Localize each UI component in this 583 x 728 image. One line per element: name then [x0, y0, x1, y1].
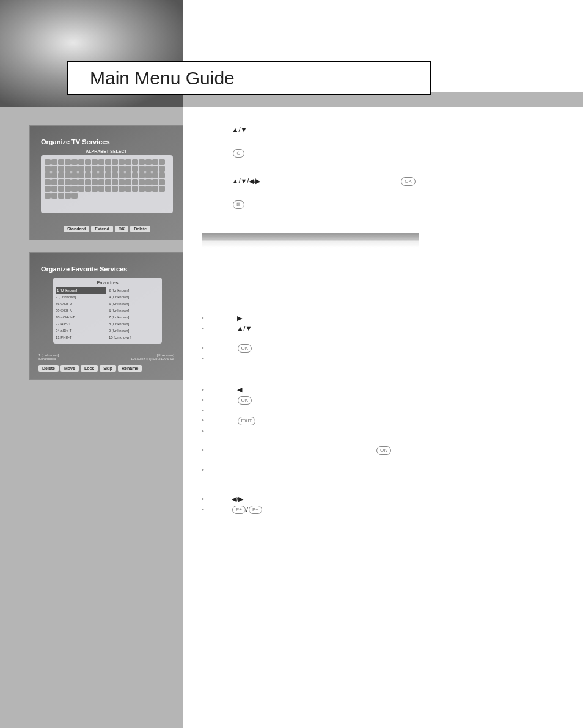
text: Press the — [202, 200, 232, 208]
text: Press the — [207, 344, 237, 351]
btn-rename: Rename — [118, 365, 142, 372]
list-item: 10 [Unknown] — [109, 334, 160, 341]
bullet-item: You can check the "F" mark on the Right(… — [202, 406, 434, 415]
text: Press the — [202, 177, 232, 185]
arrow-up-down-icon: ▲/▼ — [237, 325, 252, 332]
ok-button-icon: OK — [238, 396, 252, 405]
favorites-header: Favorites — [56, 280, 160, 285]
group-add-service: To add a service to the Favorite Group; … — [202, 303, 434, 362]
list-item: 11 PNK-T — [56, 334, 106, 341]
list-item: 86 OSB-D — [56, 301, 106, 307]
text: button. — [202, 186, 222, 194]
screenshot1-title: Organize TV Services — [41, 138, 110, 145]
favorites-panel: Favorites 1 [Unknown] 3 [Unknown] 86 OSB… — [53, 278, 162, 344]
bullet-item: Use the P+/P− buttons to Select the List… — [202, 505, 434, 514]
list-item: 34 aIDs-T — [56, 328, 106, 334]
text: Press the — [207, 386, 237, 393]
list-item: 4 [Unknown] — [109, 294, 160, 301]
btn-standard: Standard — [64, 226, 89, 232]
group-heading: To add a service to the Favorite Group; — [202, 303, 434, 310]
text: button to move to a word you want, and p… — [260, 177, 400, 185]
alphabet-grid — [45, 159, 169, 199]
right-column: Press the ▲/▼ button to select a word, t… — [183, 107, 583, 728]
bullet-item: Press the ◀ button(left). — [202, 385, 434, 394]
text: button to assign the changed name to cur… — [245, 200, 407, 208]
list-item: 6 [Unknown] — [109, 307, 160, 314]
text: Press the — [207, 314, 237, 322]
text: button(left). — [242, 386, 278, 393]
left-column: Organize TV Services ALPHABET SELECT Sta… — [0, 107, 183, 728]
ok-button-icon: OK — [376, 446, 391, 455]
bullet-item: When you delete a service in the Favorit… — [202, 446, 434, 464]
text: button(right) to move to Right(All servi… — [242, 314, 384, 322]
page-header: Main Menu Guide — [0, 0, 583, 107]
bullet-item: Press the ▲/▼ buttons to move to a servi… — [202, 324, 434, 342]
favorites-right-col: 2 [Unknown] 4 [Unknown] 5 [Unknown] 6 [U… — [109, 287, 160, 341]
arrow-left-right-icon: ◀/▶ — [232, 495, 243, 502]
green-button-icon: ⊙ — [233, 149, 244, 158]
list-item: 39 OSB-A — [56, 307, 106, 314]
text: button adds a service to Favorite Group. — [252, 396, 374, 403]
list-item: 1 [Unknown] — [56, 287, 106, 294]
text: button to add a service to the Favorite … — [252, 344, 389, 351]
group-switch: Use the ◀/▶ buttons to Select Favorite o… — [202, 495, 434, 514]
list-item: 2 [Unknown] — [109, 287, 160, 294]
footer-text: 12660Hz (H) SR:21096 So — [131, 357, 174, 361]
btn-move: Move — [61, 365, 79, 372]
bullet-item: Press the EXIT button to save the change… — [202, 416, 434, 425]
bullet-item: Press the OK button adds a service to Fa… — [202, 395, 434, 405]
ok-button-icon: OK — [238, 344, 252, 353]
page-up-button-icon: P+ — [232, 506, 246, 514]
list-item: 37 H15-1 — [56, 321, 106, 328]
text: Use the — [207, 506, 232, 513]
bullet-item: Press the same buttons to add more servi… — [202, 354, 434, 363]
ok-button-icon: OK — [401, 177, 416, 186]
text: button to select Font Map. — [245, 149, 324, 156]
section-divider-bar — [202, 233, 419, 248]
text: The Font Map is changed to Font Map2. — [202, 163, 434, 172]
bullet-item: The function of the color button is the … — [202, 427, 434, 445]
list-item: 3 [Unknown] — [56, 294, 106, 301]
text: Press the — [202, 149, 232, 156]
bullet-item: Press the OK button to add a service to … — [202, 344, 434, 353]
text: When you delete a service in the Favorit… — [207, 446, 376, 454]
arrow-all-icon: ▲/▼/◀/▶ — [232, 177, 261, 185]
btn-delete2: Delete — [38, 365, 59, 372]
yellow-button-icon: ⊟ — [233, 200, 244, 209]
text: Press the — [207, 396, 237, 403]
btn-ok: OK — [115, 226, 129, 232]
text: Press the — [202, 126, 232, 133]
text: Use the — [207, 495, 232, 502]
page-down-button-icon: P− — [249, 506, 262, 514]
screenshot-organize-tv: Organize TV Services ALPHABET SELECT Sta… — [29, 125, 183, 240]
text: button to save the changes. — [256, 416, 340, 424]
favorites-left-col: 1 [Unknown] 3 [Unknown] 86 OSB-D 39 OSB-… — [56, 287, 106, 341]
screenshot2-footer: 1 [Unknown] Scrambled [Unknown] 12660Hz … — [38, 353, 174, 361]
btn-delete: Delete — [130, 226, 150, 232]
screenshot2-title: Organize Favorite Services — [41, 265, 127, 273]
page-title: Main Menu Guide — [90, 68, 235, 89]
arrow-left-icon: ◀ — [237, 386, 242, 393]
text: buttons to Select Favorite or All servic… — [243, 495, 379, 502]
content-block-1: Press the ▲/▼ button to select a word, t… — [202, 125, 434, 209]
screenshot1-panel-header: ALPHABET SELECT — [30, 149, 183, 153]
text: Press the — [207, 416, 237, 424]
group-go-back: To go back to the Left(Favorites) List. … — [202, 374, 434, 483]
screenshot-organize-favorite: Organize Favorite Services Favorites 1 [… — [29, 252, 183, 380]
screenshot2-buttons: Delete Move Lock Skip Rename — [38, 365, 142, 372]
list-item: 7 [Unknown] — [109, 314, 160, 321]
text: This submenu allows adding and deleting … — [202, 265, 434, 292]
screenshot1-buttons: Standard Extend OK Delete — [64, 226, 150, 232]
slash: / — [246, 506, 248, 513]
bullet-item: Press the ▶ button(right) to move to Rig… — [202, 314, 434, 323]
list-item: 9 [Unknown] — [109, 328, 160, 334]
list-item: 5 [Unknown] — [109, 301, 160, 307]
exit-button-icon: EXIT — [238, 417, 256, 425]
alphabet-panel — [41, 155, 173, 213]
text: buttons to Select the List by page. — [263, 506, 366, 513]
bullet-item: Press the RED button to delete a service… — [202, 465, 434, 483]
arrow-right-icon: ▶ — [237, 314, 242, 322]
list-item: 8 [Unknown] — [109, 321, 160, 328]
bullet-item: Use the ◀/▶ buttons to Select Favorite o… — [202, 495, 434, 504]
footer-text: Scrambled — [38, 357, 59, 361]
